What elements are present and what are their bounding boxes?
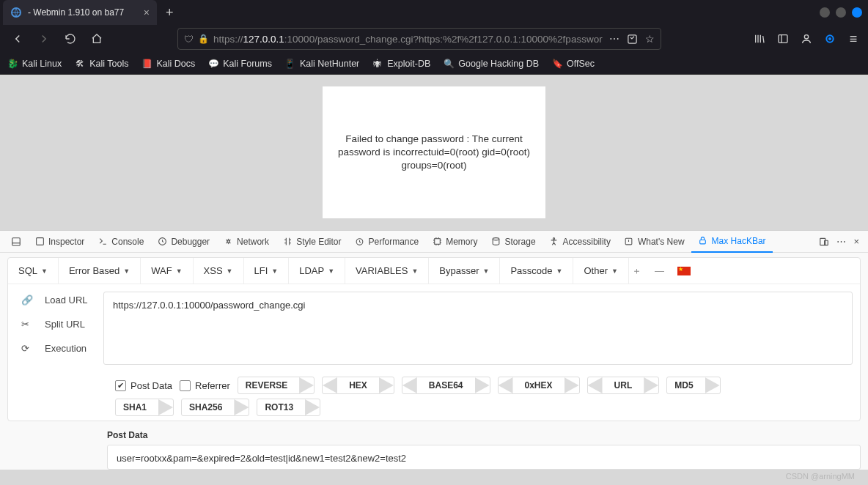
sidebar-icon[interactable]	[777, 33, 789, 45]
hackbar-menu-lfi[interactable]: LFI▼	[244, 258, 290, 284]
hackbar-menu-waf[interactable]: WAF▼	[141, 258, 193, 284]
hackbar-split-url[interactable]: ✂Split URL	[21, 319, 103, 330]
devtools-tab-debugger[interactable]: Debugger	[150, 231, 216, 253]
bookmark-star-icon[interactable]: ☆	[645, 33, 655, 45]
devtools-dock-button[interactable]	[4, 231, 28, 253]
devtools-tab-network[interactable]: Network	[216, 231, 276, 253]
enc-md5-button[interactable]: MD5	[666, 377, 720, 394]
tools-icon: 🛠	[75, 59, 85, 69]
devtools-tabstrip: Inspector Console Debugger Network Style…	[0, 231, 868, 253]
browser-tab[interactable]: - Webmin 1.910 on ba77 ×	[3, 0, 157, 25]
split-icon: ✂	[21, 319, 33, 330]
window-close[interactable]	[852, 7, 862, 18]
execute-icon: ⟳	[21, 343, 33, 354]
extension-icon[interactable]	[824, 33, 836, 45]
hackbar-menu-other[interactable]: Other▼	[573, 258, 628, 284]
nav-reload-button[interactable]	[59, 27, 82, 51]
postdata-input[interactable]: user=rootxx&pam=&expired=2&old=test|id&n…	[107, 445, 861, 470]
svg-point-12	[553, 238, 554, 240]
enc-reverse-button[interactable]: REVERSE	[238, 377, 315, 394]
url-bar[interactable]: 🛡 🔒 https://127.0.0.1:10000/password_cha…	[177, 28, 661, 50]
enc-hex-button[interactable]: HEX	[322, 377, 394, 394]
nav-home-button[interactable]	[85, 27, 108, 51]
hackbar-menu-bypasser[interactable]: Bypasser▼	[429, 258, 500, 284]
caret-down-icon: ▼	[271, 267, 278, 275]
devtools-tab-inspector[interactable]: Inspector	[28, 231, 91, 253]
flag-cn-icon[interactable]	[677, 267, 691, 275]
nav-back-button[interactable]	[6, 27, 29, 51]
bookmark-kali-forums[interactable]: 💬Kali Forums	[208, 59, 272, 69]
library-icon[interactable]	[754, 33, 765, 45]
hackbar-container: SQL▼ Error Based▼ WAF▼ XSS▼ LFI▼ LDAP▼ V…	[7, 257, 861, 421]
hackbar-menu-xss[interactable]: XSS▼	[194, 258, 244, 284]
devtools-tab-max-hackbar[interactable]: Max HacKBar	[691, 231, 773, 253]
hackbar-menu-variables[interactable]: VARIABLES▼	[345, 258, 429, 284]
devtools-tab-memory[interactable]: Memory	[425, 231, 484, 253]
devtools-tab-console[interactable]: Console	[91, 231, 150, 253]
nethunter-icon: 📱	[285, 59, 295, 69]
caret-down-icon: ▼	[556, 267, 563, 275]
new-tab-button[interactable]: +	[157, 5, 183, 21]
tab-close-icon[interactable]: ×	[144, 7, 150, 18]
window-maximize[interactable]	[836, 7, 846, 18]
tab-title: - Webmin 1.910 on ba77	[28, 7, 138, 18]
toolbar-right: ≡	[754, 33, 862, 45]
devtools-more-icon[interactable]: ⋯	[836, 236, 846, 247]
enc-sha1-button[interactable]: SHA1	[115, 399, 174, 416]
caret-down-icon: ▼	[176, 267, 183, 275]
postdata-label: Post Data	[0, 426, 868, 442]
hackbar-menu-passcode[interactable]: Passcode▼	[500, 258, 573, 284]
devtools-responsive-icon[interactable]	[819, 237, 829, 247]
enc-sha256-button[interactable]: SHA256	[181, 399, 249, 416]
enc-0xhex-button[interactable]: 0xHEX	[498, 377, 580, 394]
hackbar-execute[interactable]: ⟳Execution	[21, 343, 103, 354]
lock-warning-icon[interactable]: 🔒	[198, 34, 209, 44]
devtools-tab-accessibility[interactable]: Accessibility	[542, 231, 617, 253]
account-icon[interactable]	[801, 33, 812, 45]
checkbox-icon	[180, 380, 191, 391]
nav-forward-button	[32, 27, 56, 51]
address-toolbar: 🛡 🔒 https://127.0.0.1:10000/password_cha…	[0, 25, 868, 53]
postdata-checkbox[interactable]: Post Data	[115, 380, 172, 391]
hackbar-load-url[interactable]: 🔗Load URL	[21, 295, 103, 306]
svg-point-3	[804, 35, 808, 39]
caret-down-icon: ▼	[41, 267, 48, 275]
referrer-checkbox[interactable]: Referrer	[180, 380, 230, 391]
svg-point-11	[493, 238, 499, 240]
webmin-favicon	[10, 7, 22, 18]
hackbar-menu-error-based[interactable]: Error Based▼	[59, 258, 141, 284]
bookmark-exploit-db[interactable]: 🕷Exploit-DB	[372, 59, 430, 69]
bookmark-offsec[interactable]: 🔖OffSec	[552, 59, 595, 69]
enc-url-button[interactable]: URL	[587, 377, 660, 394]
devtools-close-icon[interactable]: ×	[853, 236, 859, 247]
checkbox-checked-icon	[115, 380, 126, 391]
hackbar-menu-ldap[interactable]: LDAP▼	[289, 258, 345, 284]
offsec-icon: 🔖	[552, 59, 562, 69]
caret-down-icon: ▼	[483, 267, 490, 275]
hackbar-options-row-2: SHA1 SHA256 ROT13	[8, 399, 860, 421]
devtools-tab-whats-new[interactable]: What's New	[617, 231, 691, 253]
tracking-shield-icon[interactable]: 🛡	[184, 34, 194, 45]
hackbar-url-input[interactable]: https://127.0.0.1:10000/password_change.…	[103, 292, 853, 365]
devtools-tab-style-editor[interactable]: Style Editor	[276, 231, 347, 253]
window-minimize[interactable]	[820, 7, 830, 18]
ghdb-icon: 🔍	[444, 59, 454, 69]
caret-down-icon: ▼	[227, 267, 233, 275]
reader-icon[interactable]	[627, 34, 638, 45]
bookmark-kali-docs[interactable]: 📕Kali Docs	[141, 59, 195, 69]
app-menu-button[interactable]: ≡	[847, 33, 859, 45]
bookmark-kali-nethunter[interactable]: 📱Kali NetHunter	[285, 59, 359, 69]
bookmark-kali-tools[interactable]: 🛠Kali Tools	[75, 59, 128, 69]
hackbar-options-row: Post Data Referrer REVERSE HEX BASE64 0x…	[8, 372, 860, 399]
caret-down-icon: ▼	[328, 267, 334, 275]
enc-rot13-button[interactable]: ROT13	[257, 399, 320, 416]
devtools-tab-storage[interactable]: Storage	[485, 231, 542, 253]
page-actions-icon[interactable]: ⋯	[609, 33, 619, 45]
enc-base64-button[interactable]: BASE64	[402, 377, 490, 394]
hackbar-menu-sql[interactable]: SQL▼	[8, 258, 59, 284]
bookmark-kali-linux[interactable]: 🐉Kali Linux	[7, 59, 62, 69]
devtools-tab-performance[interactable]: Performance	[347, 231, 425, 253]
hackbar-add-icon[interactable]: ＋	[632, 264, 641, 278]
bookmark-ghdb[interactable]: 🔍Google Hacking DB	[444, 59, 539, 69]
hackbar-remove-icon[interactable]: —	[655, 265, 664, 276]
